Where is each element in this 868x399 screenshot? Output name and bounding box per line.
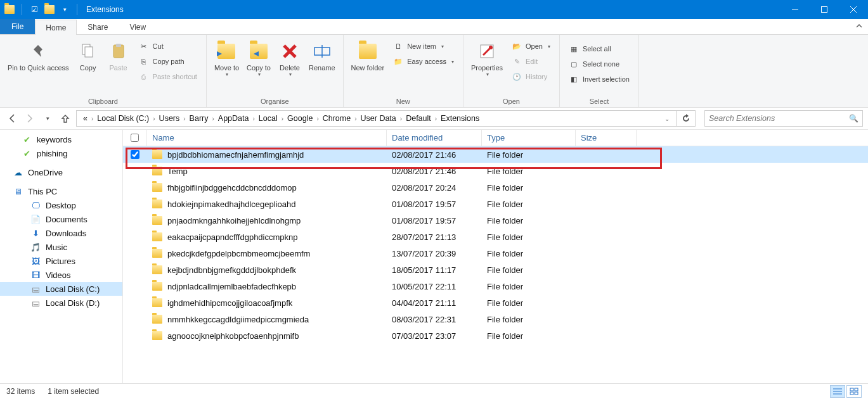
forward-button[interactable] (23, 111, 37, 125)
breadcrumb[interactable]: «› Local Disk (C:)› Users› Barry› AppDat… (76, 110, 677, 127)
folder-icon (152, 216, 162, 225)
open-button[interactable]: 📂Open▾ (509, 40, 553, 53)
paste-button[interactable]: Paste (103, 37, 134, 73)
breadcrumb-item[interactable]: Barry (186, 114, 212, 123)
file-row[interactable]: Temp02/08/2017 21:46File folder (123, 163, 868, 179)
paste-shortcut-button[interactable]: ⎙Paste shortcut (136, 70, 200, 83)
up-button[interactable] (58, 111, 72, 125)
cut-button[interactable]: ✂Cut (136, 40, 200, 53)
size-header[interactable]: Size (576, 130, 637, 146)
move-to-button[interactable]: Move to▾ (211, 37, 243, 79)
file-row[interactable]: ighdmehidhipcmcojjgiloacoafjmpfk04/04/20… (123, 294, 868, 311)
close-button[interactable] (839, 0, 868, 19)
rename-button[interactable]: Rename (305, 37, 339, 73)
copy-button[interactable]: Copy (73, 37, 103, 73)
date-header[interactable]: Date modified (387, 130, 482, 146)
breadcrumb-item[interactable]: Google (283, 114, 316, 123)
file-size (576, 245, 637, 262)
maximize-button[interactable] (810, 0, 839, 19)
minimize-button[interactable] (781, 0, 810, 19)
status-bar: 32 items 1 item selected (0, 383, 868, 399)
file-size (576, 196, 637, 212)
breadcrumb-item[interactable]: Default (402, 114, 435, 123)
nav-thispc[interactable]: 🖥This PC (0, 184, 122, 198)
file-tab[interactable]: File (0, 19, 35, 34)
file-row[interactable]: agnoocojkneiphkobpcfoaenhpjnmifb07/03/20… (123, 327, 868, 344)
details-view-button[interactable] (830, 385, 845, 398)
nav-downloads[interactable]: ⬇Downloads (0, 226, 122, 240)
copy-to-button[interactable]: Copy to▾ (243, 37, 275, 79)
file-row[interactable]: fhbjgbiflinjbdggehcddcbncdddomop02/08/20… (123, 179, 868, 196)
breadcrumb-overflow[interactable]: « (79, 114, 91, 123)
nav-localdisk-c[interactable]: 🖴Local Disk (C:) (0, 282, 122, 296)
nav-pictures[interactable]: 🖼Pictures (0, 254, 122, 268)
share-tab[interactable]: Share (77, 19, 119, 34)
row-checkbox[interactable] (131, 150, 139, 159)
easy-access-button[interactable]: 📁Easy access▾ (391, 55, 457, 68)
qat-properties-icon[interactable]: ☑ (29, 4, 40, 15)
folder-icon (152, 150, 162, 159)
type-header[interactable]: Type (482, 130, 576, 146)
nav-documents[interactable]: 📄Documents (0, 212, 122, 226)
breadcrumb-item[interactable]: Users (155, 114, 184, 123)
breadcrumb-item[interactable]: Local (255, 114, 282, 123)
file-row[interactable]: eakacpaijcpapndcfffdgphdiccmpknp28/07/20… (123, 229, 868, 245)
breadcrumb-item[interactable]: Extensions (437, 114, 483, 123)
search-input[interactable] (709, 114, 849, 123)
file-row[interactable]: bpjdbdbhiomamecfnjahemfimgjamhjd02/08/20… (123, 146, 868, 163)
select-all-checkbox[interactable] (131, 134, 139, 142)
new-group: New folder 🗋New item▾ 📁Easy access▾ New (344, 35, 463, 107)
breadcrumb-item[interactable]: User Data (357, 114, 400, 123)
file-name: agnoocojkneiphkobpcfoaenhpjnmifb (167, 331, 299, 341)
svg-rect-18 (855, 388, 858, 391)
main-area: ✔keywords ✔phishing ☁OneDrive 🖥This PC 🖵… (0, 130, 868, 383)
collapse-ribbon-button[interactable] (850, 19, 868, 34)
history-button[interactable]: 🕑History (509, 70, 553, 83)
view-tab[interactable]: View (119, 19, 157, 34)
breadcrumb-item[interactable]: AppData (214, 114, 253, 123)
new-item-button[interactable]: 🗋New item▾ (391, 40, 457, 53)
nav-desktop[interactable]: 🖵Desktop (0, 198, 122, 212)
file-type: File folder (482, 179, 576, 196)
file-row[interactable]: nmmhkkegccagdldgiimedpiccmgmieda08/03/20… (123, 311, 868, 327)
pin-quick-access-button[interactable]: Pin to Quick access (4, 37, 73, 73)
nav-music[interactable]: 🎵Music (0, 240, 122, 254)
refresh-button[interactable] (677, 110, 696, 127)
file-row[interactable]: pnjaodmkngahhkoihejjehlcdlnohgmp01/08/20… (123, 212, 868, 229)
copy-path-button[interactable]: ⎘Copy path (136, 55, 200, 68)
delete-button[interactable]: Delete▾ (275, 37, 305, 79)
file-list[interactable]: Name Date modified Type Size bpjdbdbhiom… (123, 130, 868, 383)
edit-button[interactable]: ✎Edit (509, 55, 553, 68)
qat-newfolder-icon[interactable] (44, 4, 55, 15)
navigation-pane[interactable]: ✔keywords ✔phishing ☁OneDrive 🖥This PC 🖵… (0, 130, 123, 383)
name-header[interactable]: Name (147, 130, 387, 146)
copy-path-icon: ⎘ (139, 56, 149, 66)
properties-button[interactable]: Properties▾ (467, 37, 507, 79)
breadcrumb-item[interactable]: Chrome (319, 114, 354, 123)
select-none-button[interactable]: ▢Select none (566, 58, 632, 70)
file-date: 18/05/2017 11:17 (387, 262, 482, 278)
home-tab[interactable]: Home (35, 20, 77, 35)
invert-selection-button[interactable]: ◧Invert selection (566, 73, 632, 86)
folder-icon (152, 249, 162, 258)
nav-videos[interactable]: 🎞Videos (0, 268, 122, 282)
nav-onedrive[interactable]: ☁OneDrive (0, 165, 122, 179)
recent-locations-button[interactable]: ▾ (41, 111, 55, 125)
breadcrumb-dropdown[interactable]: ⌄ (661, 115, 673, 122)
new-folder-button[interactable]: New folder (347, 37, 389, 73)
invert-selection-icon: ◧ (569, 74, 579, 84)
file-row[interactable]: pkedcjkdefgpdelpbcmbmeomcjbeemfm13/07/20… (123, 245, 868, 262)
qat-dropdown-icon[interactable]: ▾ (59, 4, 70, 15)
search-box[interactable]: 🔍 (704, 110, 863, 127)
select-all-button[interactable]: ▦Select all (566, 42, 632, 55)
nav-keywords[interactable]: ✔keywords (0, 132, 122, 146)
checkbox-header[interactable] (123, 130, 147, 146)
file-row[interactable]: hdokiejnpimakedhajhdlcegeplioahd01/08/20… (123, 196, 868, 212)
back-button[interactable] (5, 111, 19, 125)
nav-localdisk-d[interactable]: 🖴Local Disk (D:) (0, 296, 122, 310)
file-row[interactable]: kejbdjndbnbjgmefkgdddjlbokphdefk18/05/20… (123, 262, 868, 278)
file-row[interactable]: ndjpnladcallmjemlbaebfadecfhkepb10/05/20… (123, 278, 868, 294)
large-icons-view-button[interactable] (846, 385, 862, 398)
nav-phishing[interactable]: ✔phishing (0, 146, 122, 160)
breadcrumb-item[interactable]: Local Disk (C:) (93, 114, 153, 123)
